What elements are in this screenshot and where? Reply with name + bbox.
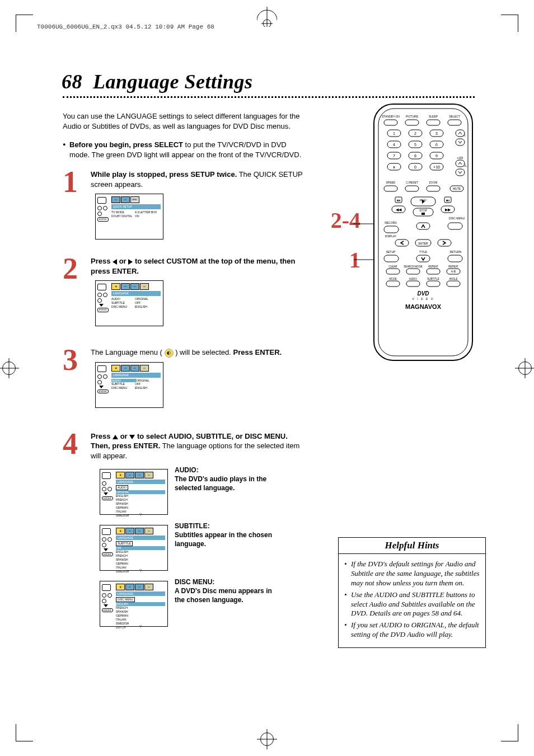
svg-text:V I D E O: V I D E O xyxy=(412,297,434,300)
registration-mark xyxy=(515,358,534,378)
divider-dotted xyxy=(63,96,475,98)
svg-text:CLEAR: CLEAR xyxy=(388,265,397,268)
helpful-hints-box: Helpful Hints If the DVD's default setti… xyxy=(338,537,486,648)
svg-text:DVD: DVD xyxy=(417,290,429,297)
osd-quick-setup: ENTER ▭▭MENU QUICK SETUP TV MODE4:3 LETT… xyxy=(95,194,163,240)
svg-rect-73 xyxy=(395,240,409,246)
step-2: 2 Press or to select CUSTOM at the top o… xyxy=(63,256,303,326)
svg-rect-84 xyxy=(386,269,400,274)
svg-text:A-B: A-B xyxy=(451,270,456,273)
osd-custom-language: ENTER ◐▭▭▭ LANGUAGE AUDIOORIGINAL SUBTIT… xyxy=(95,280,163,326)
svg-text:MAGNAVOX: MAGNAVOX xyxy=(405,303,442,310)
callout-1: 1 xyxy=(331,247,360,273)
svg-rect-82 xyxy=(448,255,462,262)
svg-rect-50 xyxy=(405,186,419,191)
step3-bold: Press ENTER. xyxy=(233,348,282,356)
hint-2: Use the AUDIO and SUBTITLE buttons to se… xyxy=(344,590,480,619)
hint-1: If the DVD's default settings for Audio … xyxy=(344,560,480,588)
svg-rect-86 xyxy=(406,269,420,274)
svg-text:8: 8 xyxy=(414,154,416,158)
registration-mark xyxy=(257,729,277,749)
svg-text:AUDIO: AUDIO xyxy=(409,278,418,280)
svg-rect-70 xyxy=(416,223,430,229)
svg-text:DISPLAY: DISPLAY xyxy=(385,234,397,238)
svg-text:SPEED: SPEED xyxy=(386,181,396,184)
svg-text:◀◀: ◀◀ xyxy=(396,208,402,212)
svg-text:SLEEP: SLEEP xyxy=(429,115,438,118)
intro-paragraph: You can use the LANGUAGE settings to sel… xyxy=(63,111,303,131)
helpful-hints-title: Helpful Hints xyxy=(339,540,485,554)
audio-description: AUDIO: The DVD's audio plays in the sele… xyxy=(175,464,275,493)
step-3: 3 The Language menu ( ◐ ) will be select… xyxy=(63,348,303,408)
svg-rect-51 xyxy=(427,186,440,191)
crop-mark xyxy=(501,724,518,741)
crop-mark xyxy=(16,15,33,32)
before-begin-bold: Before you begin, press SELECT xyxy=(69,140,183,149)
svg-text:PICTURE: PICTURE xyxy=(406,115,419,118)
svg-rect-13 xyxy=(427,120,440,125)
svg-rect-14 xyxy=(448,120,461,125)
page-number: 68 xyxy=(62,71,82,93)
crop-mark xyxy=(16,724,33,741)
callout-2-4: 2-4 xyxy=(331,207,360,233)
remote-callouts: 2-4 1 xyxy=(331,207,360,273)
bleed-indicator-icon xyxy=(257,7,277,18)
svg-text:⏸: ⏸ xyxy=(392,166,396,169)
subtitle-description: SUBTITLE: Subtitles appear in the chosen… xyxy=(175,520,275,549)
svg-text:5: 5 xyxy=(414,143,416,147)
svg-text:4: 4 xyxy=(393,143,395,147)
step-1: 1 While play is stopped, press SETUP twi… xyxy=(63,170,303,240)
svg-rect-71 xyxy=(448,223,462,229)
svg-rect-41 xyxy=(456,139,465,145)
step-4: 4 Press or to select AUDIO, SUBTITLE, or… xyxy=(63,431,303,627)
svg-rect-11 xyxy=(384,120,397,125)
step-number-4: 4 xyxy=(63,424,78,464)
svg-rect-40 xyxy=(456,130,465,137)
svg-text:+10: +10 xyxy=(433,165,440,169)
svg-text:TITLE: TITLE xyxy=(419,250,427,253)
svg-rect-66 xyxy=(421,213,425,215)
svg-text:⏮: ⏮ xyxy=(397,199,400,202)
svg-text:DISC MENU: DISC MENU xyxy=(449,217,465,220)
svg-text:▶▶: ▶▶ xyxy=(445,208,451,212)
svg-text:ENTER: ENTER xyxy=(419,242,428,245)
svg-text:REPEAT: REPEAT xyxy=(428,265,438,268)
svg-text:MUTE: MUTE xyxy=(453,187,461,190)
discmenu-description: DISC MENU: A DVD's Disc menu appears in … xyxy=(175,576,275,605)
svg-text:RECORD: RECORD xyxy=(385,221,397,224)
left-arrow-icon xyxy=(113,259,117,265)
svg-text:SELECT: SELECT xyxy=(449,115,460,118)
up-arrow-icon xyxy=(113,435,118,439)
page-title: 68 Language Settings xyxy=(62,70,253,93)
svg-rect-97 xyxy=(427,281,440,287)
osd-language-selected: ENTER ◐▭▭▭ LANGUAGE AUDIOORIGINAL SUBTIT… xyxy=(95,362,163,408)
header-line: T0006UG_6006UG_EN_2.qx3 04.5.12 10:09 AM… xyxy=(37,24,214,30)
svg-text:2: 2 xyxy=(414,132,416,135)
svg-rect-99 xyxy=(447,281,460,287)
svg-rect-49 xyxy=(384,186,397,191)
svg-text:SUBTITLE: SUBTITLE xyxy=(427,278,439,280)
svg-text:RETURN: RETURN xyxy=(450,250,462,253)
svg-rect-93 xyxy=(386,281,400,287)
svg-text:MODE: MODE xyxy=(389,278,397,280)
right-arrow-icon xyxy=(128,259,133,265)
svg-rect-80 xyxy=(384,255,399,262)
step3-text-a: The Language menu ( xyxy=(91,348,165,356)
svg-text:0: 0 xyxy=(414,165,416,169)
down-arrow-icon xyxy=(129,435,135,439)
svg-text:⏭: ⏭ xyxy=(446,199,449,202)
svg-text:SETUP: SETUP xyxy=(386,250,396,253)
svg-text:REPEAT: REPEAT xyxy=(448,265,458,268)
step-number-3: 3 xyxy=(63,340,78,381)
svg-text:6: 6 xyxy=(435,143,438,147)
osd-discmenu-options: ENTER ◐▭▭▭ LANGUAGE DISC MENU ENGLISHFRE… xyxy=(100,581,168,627)
svg-text:3: 3 xyxy=(435,132,438,135)
title-text: Language Settings xyxy=(93,71,253,93)
step-number-2: 2 xyxy=(63,248,78,289)
svg-rect-76 xyxy=(438,240,451,246)
remote-control-illustration: STANDBY-ON PICTURE SLEEP SELECT 12345678… xyxy=(362,101,485,366)
step1-bold: While play is stopped, press SETUP twice… xyxy=(91,170,237,179)
svg-text:ANGLE: ANGLE xyxy=(449,278,457,280)
svg-text:STANDBY-ON: STANDBY-ON xyxy=(382,115,400,118)
crop-mark xyxy=(501,15,518,32)
